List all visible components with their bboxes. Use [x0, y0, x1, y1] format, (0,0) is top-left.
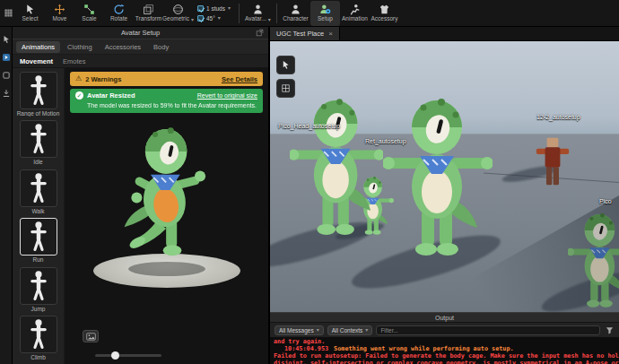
tool-accessory-label: Accessory [371, 16, 397, 22]
contexts-filter-value: All Contexts [332, 327, 363, 334]
animation-item-idle[interactable]: Idle [16, 120, 61, 165]
tool-scale-label: Scale [82, 16, 96, 22]
zoom-slider[interactable] [95, 351, 161, 360]
cursor-icon [281, 60, 291, 70]
chevron-down-icon: ▾ [228, 5, 231, 11]
mannequin-icon [29, 123, 48, 155]
tab-accessories[interactable]: Accessories [100, 41, 146, 53]
revert-size-link[interactable]: Revert to original size [197, 92, 257, 99]
avatar-resized-title: Avatar Resized [87, 91, 135, 100]
image-icon [86, 333, 96, 341]
tool-scale[interactable]: Scale [74, 1, 104, 26]
chevron-down-icon: ▾ [317, 327, 319, 333]
animation-thumbnail[interactable] [20, 169, 57, 207]
tool-move[interactable]: Move [45, 1, 74, 26]
snap-move-toggle[interactable]: 1 studs ▾ [197, 5, 231, 12]
animation-item-jump[interactable]: Jump [16, 267, 61, 312]
viewport-grid-button[interactable] [276, 79, 295, 98]
tool-animation[interactable]: Animation [340, 1, 370, 26]
tab-body[interactable]: Body [148, 41, 174, 53]
preview-character[interactable] [117, 120, 217, 271]
avatar-person-icon [252, 4, 264, 15]
animation-label: Range of Motion [16, 110, 61, 117]
animation-item-climb[interactable]: Climb [16, 316, 61, 360]
animation-item-walk[interactable]: Walk [16, 169, 61, 214]
rotate-icon [113, 4, 125, 15]
tool-transform[interactable]: Transform [134, 1, 163, 26]
accessory-shirt-icon [379, 4, 390, 15]
tool-setup[interactable]: Setup [310, 1, 340, 26]
animation-subtabs: Movement Emotes [13, 55, 268, 68]
top-toolbar: Select Move Scale Rotate Transform Geome… [0, 0, 619, 27]
tool-character-label: Character [283, 16, 309, 22]
zoom-slider-track [95, 354, 161, 357]
tool-avatar[interactable]: Avatar...▾ [243, 1, 273, 26]
viewport-toolbar [276, 56, 295, 98]
avatar-setup-content: Range of Motion Idle Walk Run Jump Climb [13, 68, 268, 364]
filter-funnel-button[interactable] [604, 325, 615, 335]
mannequin-icon [29, 318, 48, 351]
screenshot-button[interactable] [83, 330, 99, 342]
rail-select-button[interactable] [1, 34, 11, 44]
log-line: and try again. [274, 338, 615, 345]
rail-play-button[interactable] [1, 52, 11, 62]
log-text: Failed to run autosetup: Failed to gener… [274, 352, 619, 360]
download-icon [2, 89, 11, 98]
snap-rotate-toggle[interactable]: 45° ▾ [197, 15, 231, 22]
mannequin-icon [29, 270, 48, 302]
messages-filter-dropdown[interactable]: All Messages ▾ [275, 325, 324, 335]
tool-select[interactable]: Select [15, 1, 45, 26]
animation-thumbnail[interactable] [20, 120, 57, 158]
snap-rotate-label: 45° [206, 15, 215, 22]
animation-thumbnail[interactable] [20, 316, 57, 353]
animation-item-run[interactable]: Run [16, 218, 61, 263]
output-filter-input[interactable] [376, 325, 600, 335]
menu-button[interactable] [2, 3, 15, 24]
tab-label: UGC Test Place [276, 30, 324, 38]
tab-clothing[interactable]: Clothing [62, 41, 98, 53]
close-icon[interactable]: × [328, 30, 333, 38]
tool-animation-label: Animation [342, 16, 368, 22]
see-details-link[interactable]: See Details [222, 75, 257, 83]
tool-geometric[interactable]: Geometric▾ [163, 1, 193, 26]
subtab-emotes[interactable]: Emotes [63, 57, 85, 65]
toolbar-divider [276, 4, 277, 23]
tab-ugc-test-place[interactable]: UGC Test Place × [270, 27, 340, 40]
tool-rotate[interactable]: Rotate [104, 1, 134, 26]
warnings-count: 2 Warnings [85, 75, 121, 83]
animation-list[interactable]: Range of Motion Idle Walk Run Jump Climb [13, 68, 65, 364]
rail-import-button[interactable] [1, 88, 11, 98]
contexts-filter-dropdown[interactable]: All Contexts ▾ [327, 325, 373, 335]
character-label: Pico [599, 198, 612, 204]
3d-viewport[interactable]: Pico_Head_autosetup Ret_autosetup 12-2_a… [270, 41, 619, 312]
tool-accessory[interactable]: Accessory [370, 1, 399, 26]
animation-thumbnail[interactable] [20, 72, 57, 109]
tab-animations[interactable]: Animations [16, 41, 60, 53]
red-blocky-character[interactable] [534, 127, 571, 206]
log-text: disjoint, self-intersecting or complex c… [274, 360, 619, 364]
popout-button[interactable] [256, 29, 265, 38]
viewport-tab-bar: UGC Test Place × [270, 27, 619, 41]
animation-thumbnail[interactable] [20, 218, 57, 256]
dino-character-right[interactable] [568, 204, 619, 312]
rail-asset-button[interactable] [1, 70, 11, 80]
tool-transform-label: Transform [135, 16, 161, 22]
tool-character[interactable]: Character [281, 1, 310, 26]
animation-item-range-of-motion[interactable]: Range of Motion [16, 72, 61, 117]
output-panel-title[interactable]: Output [270, 313, 619, 323]
subtab-movement[interactable]: Movement [20, 57, 53, 65]
output-panel: Output All Messages ▾ All Contexts ▾ and… [270, 312, 619, 364]
cursor-icon [2, 35, 11, 44]
log-timestamp: 10:45:04.953 [284, 345, 328, 352]
animation-thumbnail[interactable] [20, 267, 57, 305]
output-log[interactable]: and try again. 10:45:04.953Something wen… [270, 337, 619, 364]
character-label: 12-2_autosetup [536, 114, 580, 120]
zoom-slider-handle[interactable] [111, 351, 119, 360]
animation-label: Run [16, 256, 61, 263]
viewport-select-button[interactable] [276, 56, 295, 74]
dino-character-left[interactable] [290, 84, 383, 256]
dino-character-center[interactable] [383, 91, 493, 271]
tool-select-label: Select [22, 16, 38, 22]
avatar-preview[interactable]: ⚠ 2 Warnings See Details ✓ Avatar Resize… [65, 68, 268, 364]
sphere-icon [172, 4, 184, 15]
